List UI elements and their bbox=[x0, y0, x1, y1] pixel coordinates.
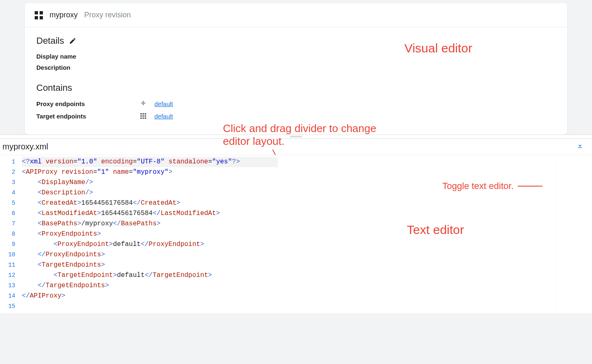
details-heading-text: Details bbox=[36, 35, 64, 46]
proxy-endpoints-label: Proxy endpoints bbox=[36, 100, 140, 107]
details-section: Details Display name Description Contain… bbox=[25, 27, 567, 135]
page-title: myproxy bbox=[50, 11, 78, 19]
svg-rect-3 bbox=[145, 113, 147, 115]
svg-rect-7 bbox=[140, 118, 142, 119]
annotation-toggle-label: Toggle text editor. bbox=[443, 181, 514, 191]
contains-heading: Contains bbox=[36, 83, 556, 93]
target-endpoint-link[interactable]: default bbox=[154, 113, 173, 120]
code-content[interactable]: <?xml version="1.0" encoding="UTF-8" sta… bbox=[22, 155, 592, 313]
visual-editor-panel: myproxy Proxy revision Details Display n… bbox=[25, 3, 567, 135]
svg-rect-4 bbox=[140, 115, 142, 117]
grid-icon bbox=[140, 112, 147, 120]
code-editor[interactable]: 123456789101112131415 <?xml version="1.0… bbox=[0, 155, 592, 313]
annotation-toggle: Toggle text editor. bbox=[443, 181, 542, 191]
svg-rect-2 bbox=[142, 113, 144, 115]
annotation-text-editor: Text editor bbox=[407, 223, 464, 237]
svg-rect-8 bbox=[142, 118, 144, 119]
svg-rect-9 bbox=[145, 118, 147, 119]
details-heading: Details bbox=[36, 35, 556, 46]
code-minimap[interactable] bbox=[555, 155, 592, 313]
target-endpoints-row: Target endpoints default bbox=[36, 112, 556, 120]
editor-filename: myproxy.xml bbox=[2, 142, 48, 151]
svg-rect-10 bbox=[578, 147, 582, 148]
description-label: Description bbox=[36, 64, 556, 71]
annotation-drag: Click and drag divider to change editor … bbox=[223, 122, 396, 148]
move-icon bbox=[140, 100, 147, 107]
display-name-label: Display name bbox=[36, 53, 556, 60]
page-subtitle: Proxy revision bbox=[84, 11, 131, 19]
annotation-toggle-line bbox=[518, 186, 542, 187]
apps-icon bbox=[35, 11, 43, 19]
line-gutter: 123456789101112131415 bbox=[0, 155, 22, 313]
proxy-endpoint-link[interactable]: default bbox=[154, 100, 173, 107]
collapse-editor-icon[interactable] bbox=[576, 142, 584, 151]
proxy-endpoints-row: Proxy endpoints default bbox=[36, 100, 556, 107]
panel-header: myproxy Proxy revision bbox=[25, 3, 567, 27]
edit-icon[interactable] bbox=[69, 37, 76, 45]
annotation-visual-editor: Visual editor bbox=[404, 41, 472, 55]
svg-rect-1 bbox=[140, 113, 142, 115]
svg-rect-5 bbox=[142, 115, 144, 117]
svg-rect-6 bbox=[145, 115, 147, 117]
target-endpoints-label: Target endpoints bbox=[36, 113, 140, 120]
